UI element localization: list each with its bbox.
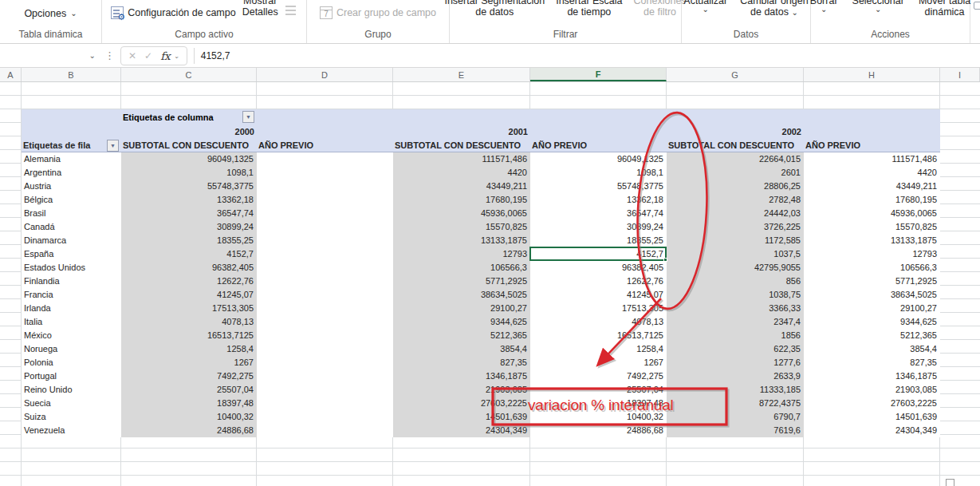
value-cell[interactable]: 5771,2925 xyxy=(804,275,940,288)
value-cell[interactable] xyxy=(257,302,393,315)
insertar-segmentacion-button[interactable]: Insertar Segmentación de datos xyxy=(444,0,545,18)
value-cell[interactable]: 96049,1325 xyxy=(530,152,667,166)
value-cell[interactable]: 12622,76 xyxy=(121,275,257,288)
value-cell[interactable]: 41245,07 xyxy=(121,288,257,302)
value-cell[interactable] xyxy=(257,315,393,329)
expand-collapse-buttons-button[interactable] xyxy=(285,0,297,18)
value-cell[interactable]: 45936,0065 xyxy=(393,207,530,220)
value-cell[interactable]: 4078,13 xyxy=(121,315,257,329)
value-cell[interactable] xyxy=(257,275,393,288)
value-cell[interactable]: 18355,25 xyxy=(121,234,257,247)
value-cell[interactable] xyxy=(257,234,393,247)
column-labels-filter-button[interactable]: ▼ xyxy=(242,111,254,123)
value-cell[interactable]: 1267 xyxy=(121,356,257,369)
value-cell[interactable]: 7492,275 xyxy=(121,369,257,383)
value-cell[interactable]: 4420 xyxy=(804,166,940,180)
value-cell[interactable]: 4152,7 xyxy=(121,247,257,261)
row-label-cell[interactable]: Francia xyxy=(22,288,121,302)
row-label-cell[interactable]: Italia xyxy=(22,315,121,329)
value-cell[interactable]: 1346,1875 xyxy=(393,369,530,383)
subheader-cell[interactable]: SUBTOTAL CON DESCUENTO xyxy=(393,139,530,152)
column-header-G[interactable]: G xyxy=(667,68,804,81)
value-cell[interactable] xyxy=(257,288,393,302)
column-header-D[interactable]: D xyxy=(257,68,393,81)
crear-grupo-de-campo-button[interactable]: Crear grupo de campo xyxy=(320,0,436,19)
value-cell[interactable]: 17680,195 xyxy=(393,193,530,207)
enter-icon[interactable]: ✓ xyxy=(144,50,152,61)
value-cell[interactable]: 12793 xyxy=(804,247,940,261)
year-2002-cell[interactable]: 2002 xyxy=(667,125,804,139)
row-labels-filter-button[interactable]: ▼ xyxy=(107,140,119,152)
column-header-B[interactable]: B xyxy=(22,68,121,81)
value-cell[interactable]: 9344,625 xyxy=(804,315,940,329)
value-cell[interactable]: 13133,1875 xyxy=(393,234,530,247)
value-cell[interactable]: 36547,74 xyxy=(530,207,667,220)
value-cell[interactable]: 24886,68 xyxy=(121,424,257,437)
value-cell[interactable]: 1098,1 xyxy=(121,166,257,180)
value-cell[interactable]: 29100,27 xyxy=(804,302,940,315)
value-cell[interactable]: 21903,085 xyxy=(393,383,530,397)
row-label-cell[interactable]: Polonia xyxy=(22,356,121,369)
value-cell[interactable]: 17680,195 xyxy=(804,193,940,207)
value-cell[interactable]: 24304,349 xyxy=(393,424,530,437)
value-cell[interactable] xyxy=(257,369,393,383)
value-cell[interactable]: 10400,32 xyxy=(530,410,667,424)
sheet-grid[interactable]: Etiquetas de columna ▼ 2000 2001 2002 Et… xyxy=(0,82,980,486)
value-cell[interactable]: 25507,04 xyxy=(530,383,667,397)
value-cell[interactable]: 2601 xyxy=(667,166,804,180)
value-cell[interactable] xyxy=(257,424,393,437)
value-cell[interactable]: 13362,18 xyxy=(530,193,667,207)
row-label-cell[interactable]: Canadá xyxy=(22,220,121,234)
value-cell[interactable]: 3366,33 xyxy=(667,302,804,315)
value-cell[interactable]: 1277,6 xyxy=(667,356,804,369)
value-cell[interactable]: 2347,4 xyxy=(667,315,804,329)
value-cell[interactable]: 15570,825 xyxy=(804,220,940,234)
value-cell[interactable]: 2633,9 xyxy=(667,369,804,383)
value-cell[interactable] xyxy=(257,356,393,369)
row-label-cell[interactable]: Dinamarca xyxy=(22,234,121,247)
value-cell[interactable]: 1258,4 xyxy=(530,342,667,356)
row-label-cell[interactable]: Reino Unido xyxy=(22,383,121,397)
value-cell[interactable]: 11333,185 xyxy=(667,383,804,397)
value-cell[interactable] xyxy=(257,342,393,356)
value-cell[interactable]: 24304,349 xyxy=(804,424,940,437)
row-label-cell[interactable]: España xyxy=(22,247,121,261)
value-cell[interactable]: 18397,48 xyxy=(121,397,257,410)
value-cell[interactable] xyxy=(257,220,393,234)
value-cell[interactable]: 3726,225 xyxy=(667,220,804,234)
row-label-cell[interactable]: Suecia xyxy=(22,397,121,410)
value-cell[interactable]: 622,35 xyxy=(667,342,804,356)
value-cell[interactable]: 3854,4 xyxy=(804,342,940,356)
value-cell[interactable]: 7492,275 xyxy=(530,369,667,383)
value-cell[interactable]: 16513,7125 xyxy=(530,329,667,342)
actualizar-button[interactable]: Actualizar ⌄ xyxy=(683,0,727,13)
value-cell[interactable]: 1258,4 xyxy=(121,342,257,356)
opciones-button[interactable]: Opciones ⌄ xyxy=(24,0,77,19)
value-cell[interactable]: 12793 xyxy=(393,247,530,261)
value-cell[interactable] xyxy=(257,410,393,424)
formula-input[interactable]: 4152,7 xyxy=(201,50,230,61)
column-header-C[interactable]: C xyxy=(121,68,257,81)
value-cell[interactable]: 1856 xyxy=(667,329,804,342)
value-cell[interactable]: 827,35 xyxy=(804,356,940,369)
row-label-cell[interactable]: Noruega xyxy=(22,342,121,356)
value-cell[interactable]: 96049,1325 xyxy=(121,152,257,166)
value-cell[interactable]: 1098,1 xyxy=(530,166,667,180)
subheader-cell[interactable]: SUBTOTAL CON DESCUENTO xyxy=(121,139,257,152)
value-cell[interactable]: 111571,486 xyxy=(804,152,940,166)
configuracion-de-campo-button[interactable]: Configuración de campo xyxy=(111,0,236,19)
conexiones-de-filtro-button[interactable]: Conexiones de filtro xyxy=(634,0,687,18)
value-cell[interactable]: 21903,085 xyxy=(804,383,940,397)
row-label-cell[interactable]: México xyxy=(22,329,121,342)
value-cell[interactable] xyxy=(257,166,393,180)
value-cell[interactable]: 29100,27 xyxy=(393,302,530,315)
value-cell[interactable]: 4420 xyxy=(393,166,530,180)
insert-function-icon[interactable]: fx ⌄ xyxy=(160,49,179,62)
value-cell[interactable]: 27603,2225 xyxy=(393,397,530,410)
value-cell[interactable]: 1038,75 xyxy=(667,288,804,302)
value-cell[interactable]: 13362,18 xyxy=(121,193,257,207)
subheader-cell[interactable]: AÑO PREVIO xyxy=(257,139,393,152)
value-cell[interactable]: 36547,74 xyxy=(121,207,257,220)
value-cell[interactable] xyxy=(257,329,393,342)
value-cell[interactable]: 22664,015 xyxy=(667,152,804,166)
